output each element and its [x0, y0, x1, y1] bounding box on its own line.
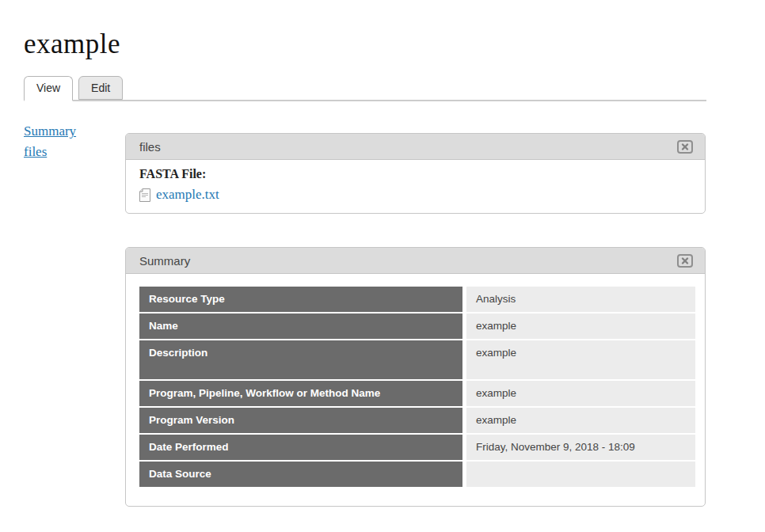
files-panel-title: files: [139, 140, 677, 154]
summary-panel: Summary Resource Type Analysis Name exam…: [125, 247, 706, 507]
row-value: example: [466, 340, 695, 379]
row-value: Friday, November 9, 2018 - 18:09: [466, 435, 695, 460]
close-icon[interactable]: [677, 140, 693, 154]
table-row: Resource Type Analysis: [139, 287, 695, 312]
table-row: Program, Pipeline, Workflow or Method Na…: [139, 381, 695, 406]
close-icon[interactable]: [677, 254, 693, 268]
document-icon: [139, 188, 151, 202]
files-panel: files FASTA File: example.txt: [125, 133, 706, 214]
files-panel-header[interactable]: files: [126, 134, 705, 160]
row-value: example: [466, 408, 695, 433]
file-row: example.txt: [139, 187, 691, 203]
row-value: [466, 462, 695, 487]
row-label: Description: [139, 340, 462, 379]
summary-panel-title: Summary: [139, 254, 677, 268]
table-row: Program Version example: [139, 408, 695, 433]
file-link[interactable]: example.txt: [156, 187, 219, 203]
row-label: Resource Type: [139, 287, 462, 312]
table-row: Date Performed Friday, November 9, 2018 …: [139, 435, 695, 460]
row-label: Date Performed: [139, 435, 462, 460]
summary-table: Resource Type Analysis Name example Desc…: [139, 287, 695, 487]
files-panel-body: FASTA File: example.txt: [126, 160, 705, 214]
row-label: Program, Pipeline, Workflow or Method Na…: [139, 381, 462, 406]
tabs: View Edit: [24, 76, 128, 101]
summary-panel-header[interactable]: Summary: [126, 248, 705, 274]
tab-edit[interactable]: Edit: [78, 76, 123, 100]
sidebar-link-files[interactable]: files: [24, 142, 119, 162]
summary-panel-body: Resource Type Analysis Name example Desc…: [126, 274, 705, 507]
page-title: example: [24, 28, 120, 60]
row-value: Analysis: [466, 287, 695, 312]
tab-view[interactable]: View: [24, 76, 73, 101]
sidebar-link-summary[interactable]: Summary: [24, 121, 119, 142]
row-label: Name: [139, 314, 462, 339]
row-value: example: [466, 314, 695, 339]
fasta-file-label: FASTA File:: [139, 165, 691, 183]
table-row: Name example: [139, 314, 695, 339]
table-row: Data Source: [139, 462, 695, 487]
row-value: example: [466, 381, 695, 406]
row-label: Program Version: [139, 408, 462, 433]
table-row: Description example: [139, 340, 695, 379]
row-label: Data Source: [139, 462, 462, 487]
sidebar: Summary files: [24, 121, 119, 162]
